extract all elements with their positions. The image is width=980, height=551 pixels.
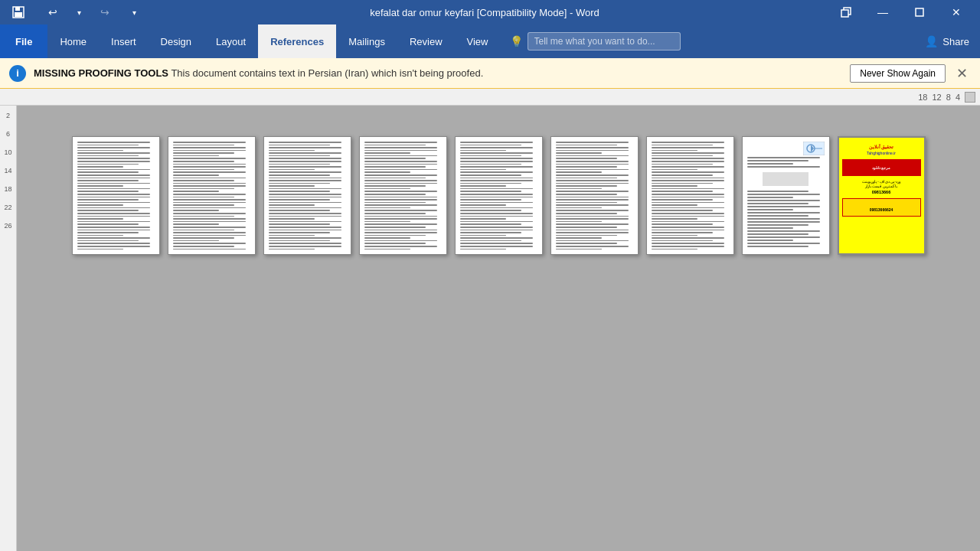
svg-rect-3	[841, 10, 848, 17]
ruler-handle[interactable]	[965, 92, 975, 103]
redo-button[interactable]: ↪	[87, 0, 122, 24]
undo-button[interactable]: ↩	[35, 0, 70, 24]
vertical-ruler: 2 6 10 14 18 22 26	[0, 106, 17, 551]
maximize-button[interactable]	[902, 0, 937, 24]
page-6[interactable]	[550, 136, 639, 255]
page8-diagram-icon	[803, 142, 825, 155]
minimize-button[interactable]: —	[865, 0, 900, 24]
tab-mailings[interactable]: Mailings	[336, 24, 397, 58]
document-canvas: تحقیق آنلاین Tahghighonline.ir مرجع دانل…	[17, 106, 980, 551]
page-2[interactable]	[168, 136, 256, 255]
v-ruler-26: 26	[4, 222, 11, 230]
ruler-num-8: 8	[946, 93, 951, 102]
page-8[interactable]	[742, 136, 830, 255]
page-5[interactable]	[455, 136, 543, 255]
ad-body-text: ورد-پی دی اف - پاورپوینت با کمترین قیمت …	[842, 180, 921, 195]
tab-file[interactable]: File	[0, 24, 47, 58]
ruler-num-18: 18	[918, 93, 927, 102]
notification-close-button[interactable]: ✕	[953, 65, 971, 82]
share-button[interactable]: 👤 Share	[914, 24, 980, 58]
window-controls: — ✕	[828, 0, 974, 24]
tell-me-input[interactable]	[528, 32, 681, 51]
main-area: 2 6 10 14 18 22 26	[0, 106, 980, 551]
notification-title: MISSING PROOFING TOOLS	[34, 67, 168, 79]
svg-rect-1	[15, 7, 20, 11]
tab-view[interactable]: View	[455, 24, 501, 58]
tab-home[interactable]: Home	[47, 24, 99, 58]
close-button[interactable]: ✕	[939, 0, 974, 24]
notification-text: MISSING PROOFING TOOLS This document con…	[34, 67, 842, 79]
page-1[interactable]	[72, 136, 160, 255]
tab-layout[interactable]: Layout	[204, 24, 258, 58]
tab-references[interactable]: References	[258, 24, 336, 58]
undo-redo-group: ↩ ▾ ↪	[35, 0, 122, 24]
ruler-num-12: 12	[933, 93, 942, 102]
v-ruler-10: 10	[4, 148, 11, 156]
v-ruler-6: 6	[6, 130, 10, 138]
tab-design[interactable]: Design	[149, 24, 204, 58]
v-ruler-18: 18	[4, 185, 11, 193]
never-show-again-button[interactable]: Never Show Again	[850, 64, 946, 83]
v-ruler-2: 2	[6, 112, 10, 119]
page-9-ad[interactable]: تحقیق آنلاین Tahghighonline.ir مرجع دانل…	[838, 136, 926, 255]
page-7[interactable]	[646, 136, 734, 255]
title-bar-left: ↩ ▾ ↪ ▾	[6, 0, 141, 24]
notification-bar: i MISSING PROOFING TOOLS This document c…	[0, 58, 980, 89]
notification-message: This document contains text in Persian (…	[171, 67, 483, 79]
ad-download-text: مرجع دانلود	[872, 165, 890, 170]
svg-rect-4	[916, 8, 923, 16]
ad-site-text: Tahghighonline.ir	[842, 151, 921, 155]
ad-phone-text: 09813666624	[870, 207, 893, 212]
v-ruler-22: 22	[4, 204, 11, 211]
customize-quick-access[interactable]: ▾	[127, 0, 141, 24]
tab-insert[interactable]: Insert	[99, 24, 149, 58]
document-title: kefalat dar omur keyfari [Compatibility …	[141, 7, 828, 18]
page-4[interactable]	[359, 136, 447, 255]
restore-down-button[interactable]	[828, 0, 864, 24]
ruler-numbers: 18 12 8 4	[918, 92, 975, 103]
ad-title-text: تحقیق آنلاین	[842, 144, 921, 149]
tell-me-bar: 💡	[501, 24, 915, 58]
ruler-num-4: 4	[956, 93, 960, 102]
ribbon: File Home Insert Design Layout Reference…	[0, 24, 980, 58]
v-ruler-14: 14	[4, 167, 11, 174]
pages-row: تحقیق آنلاین Tahghighonline.ir مرجع دانل…	[72, 121, 926, 270]
info-icon: i	[9, 65, 26, 82]
save-button[interactable]	[6, 0, 31, 24]
title-bar: ↩ ▾ ↪ ▾ kefalat dar omur keyfari [Compat…	[0, 0, 980, 24]
svg-rect-2	[15, 12, 22, 17]
tab-review[interactable]: Review	[397, 24, 455, 58]
horizontal-ruler: 18 12 8 4	[0, 89, 980, 106]
undo-dropdown[interactable]: ▾	[72, 0, 86, 24]
page-3[interactable]	[263, 136, 351, 255]
